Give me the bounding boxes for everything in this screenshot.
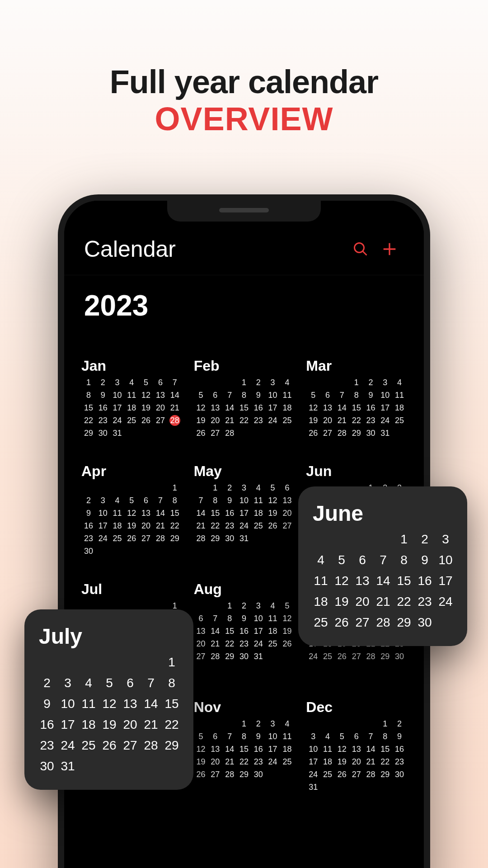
day-cell[interactable]: 4 [320, 731, 335, 742]
day-cell[interactable]: 15 [237, 744, 251, 755]
day-cell[interactable]: 8 [208, 495, 222, 506]
day-cell[interactable]: 21 [222, 756, 237, 767]
day-cell[interactable]: 13 [208, 402, 222, 413]
day-cell[interactable]: 9 [237, 613, 251, 624]
day-cell[interactable]: 24 [266, 756, 280, 767]
day-cell[interactable]: 29 [208, 533, 222, 544]
day-cell[interactable]: 2 [81, 495, 96, 506]
day-cell[interactable]: 6 [280, 482, 295, 493]
day-cell[interactable]: 31 [378, 428, 392, 439]
day-cell[interactable]: 2 [364, 377, 378, 388]
day-cell[interactable]: 10 [110, 390, 125, 401]
day-cell[interactable]: 7 [335, 390, 349, 401]
day-cell[interactable]: 10 [237, 495, 251, 506]
day-cell[interactable]: 25 [320, 651, 335, 662]
day-cell[interactable]: 21 [143, 717, 159, 732]
day-cell[interactable]: 21 [208, 638, 222, 649]
day-cell[interactable]: 31 [251, 651, 266, 662]
month-cell[interactable]: Apr0000001234567891011121314151617181920… [81, 463, 182, 557]
day-cell[interactable]: 5 [194, 390, 208, 401]
day-cell[interactable]: 9 [39, 697, 55, 711]
day-cell[interactable]: 3 [266, 377, 280, 388]
day-cell[interactable]: 12 [266, 495, 280, 506]
day-cell[interactable]: 13 [122, 697, 138, 711]
day-cell[interactable]: 21 [153, 520, 168, 531]
day-cell[interactable]: 11 [251, 495, 266, 506]
day-cell[interactable]: 4 [280, 718, 295, 729]
day-cell[interactable]: 28 [153, 533, 168, 544]
day-cell[interactable]: 29 [378, 651, 392, 662]
day-cell[interactable]: 1 [237, 377, 251, 388]
day-cell[interactable]: 5 [101, 676, 117, 690]
day-cell[interactable]: 17 [251, 626, 266, 637]
day-cell[interactable]: 14 [222, 402, 237, 413]
day-cell[interactable]: 21 [364, 756, 378, 767]
day-cell[interactable]: 28 [222, 428, 237, 439]
day-cell[interactable]: 2 [237, 600, 251, 611]
day-cell[interactable]: 23 [222, 520, 237, 531]
day-cell[interactable]: 18 [313, 594, 329, 609]
day-cell[interactable]: 17 [266, 402, 280, 413]
day-cell[interactable]: 9 [81, 508, 96, 519]
day-cell[interactable]: 24 [437, 594, 454, 609]
month-cell[interactable]: Dec0000012345678910111213141516171819202… [306, 699, 407, 793]
day-cell[interactable]: 16 [392, 744, 407, 755]
day-cell[interactable]: 25 [80, 738, 97, 753]
day-cell[interactable]: 26 [194, 769, 208, 780]
day-cell[interactable]: 14 [335, 402, 349, 413]
day-cell[interactable]: 8 [237, 390, 251, 401]
day-cell[interactable]: 27 [349, 651, 364, 662]
day-cell[interactable]: 14 [364, 744, 378, 755]
day-cell[interactable]: 26 [335, 651, 349, 662]
day-cell[interactable]: 10 [378, 390, 392, 401]
day-cell[interactable]: 23 [96, 415, 110, 426]
day-cell[interactable]: 19 [101, 717, 117, 732]
day-cell[interactable]: 3 [110, 377, 125, 388]
day-cell[interactable]: 12 [335, 744, 349, 755]
day-cell[interactable]: 22 [378, 756, 392, 767]
day-cell[interactable]: 1 [164, 655, 180, 670]
day-cell[interactable]: 18 [392, 402, 407, 413]
day-cell[interactable]: 7 [168, 377, 182, 388]
day-cell[interactable]: 7 [364, 731, 378, 742]
day-cell[interactable]: 28 [364, 651, 378, 662]
day-cell[interactable]: 13 [208, 744, 222, 755]
day-cell[interactable]: 31 [110, 428, 125, 439]
day-cell[interactable]: 28 [143, 738, 159, 753]
day-cell[interactable]: 24 [306, 769, 320, 780]
day-cell[interactable]: 25 [280, 756, 295, 767]
day-cell[interactable]: 2 [222, 482, 237, 493]
day-cell[interactable]: 21 [194, 520, 208, 531]
day-cell[interactable]: 5 [266, 482, 280, 493]
day-cell[interactable]: 24 [378, 415, 392, 426]
day-cell[interactable]: 29 [237, 769, 251, 780]
day-cell[interactable]: 8 [168, 495, 182, 506]
day-cell[interactable]: 18 [320, 756, 335, 767]
day-cell[interactable]: 29 [378, 769, 392, 780]
day-cell[interactable]: 11 [392, 390, 407, 401]
day-cell[interactable]: 4 [110, 495, 125, 506]
day-cell[interactable]: 18 [266, 626, 280, 637]
day-cell[interactable]: 22 [237, 756, 251, 767]
day-cell[interactable]: 8 [81, 390, 96, 401]
day-cell[interactable]: 8 [164, 676, 180, 690]
day-cell[interactable]: 12 [124, 508, 139, 519]
day-cell[interactable]: 22 [164, 717, 180, 732]
day-cell[interactable]: 20 [354, 594, 371, 609]
day-cell[interactable]: 16 [251, 402, 266, 413]
day-cell[interactable]: 3 [96, 495, 110, 506]
day-cell[interactable]: 9 [96, 390, 110, 401]
day-cell[interactable]: 22 [349, 415, 364, 426]
day-cell[interactable]: 4 [251, 482, 266, 493]
day-cell[interactable]: 4 [80, 676, 97, 690]
day-cell[interactable]: 12 [194, 402, 208, 413]
day-cell[interactable]: 26 [139, 415, 153, 426]
day-cell[interactable]: 13 [139, 508, 153, 519]
day-cell[interactable]: 10 [96, 508, 110, 519]
month-cell[interactable]: Feb0001234567891011121314151617181920212… [194, 358, 295, 439]
day-cell[interactable]: 29 [164, 738, 180, 753]
day-cell[interactable]: 30 [81, 546, 96, 557]
day-cell[interactable]: 15 [81, 402, 96, 413]
day-cell[interactable]: 18 [251, 508, 266, 519]
day-cell[interactable]: 18 [124, 402, 139, 413]
